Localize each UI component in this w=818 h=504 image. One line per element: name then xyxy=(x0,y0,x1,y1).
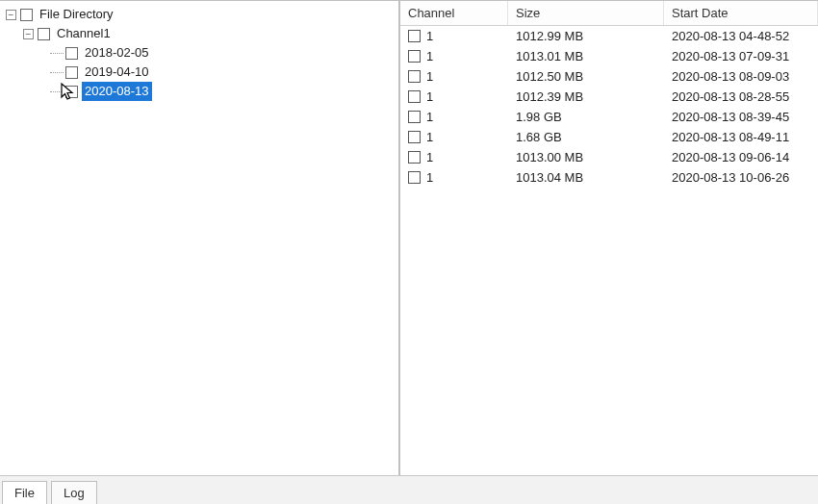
tree-checkbox[interactable] xyxy=(20,9,33,21)
tab-file[interactable]: File xyxy=(2,481,47,504)
row-checkbox[interactable] xyxy=(408,30,421,42)
table-row[interactable]: 11013.04 MB2020-08-13 10-06-26 xyxy=(400,167,818,188)
cell-channel: 1 xyxy=(400,89,508,104)
cell-size: 1012.39 MB xyxy=(508,89,664,104)
expand-collapse-icon[interactable]: − xyxy=(23,29,34,39)
table-row[interactable]: 11012.39 MB2020-08-13 08-28-55 xyxy=(400,87,818,107)
list-body: 11012.99 MB2020-08-13 04-48-5211013.01 M… xyxy=(400,26,818,475)
table-row[interactable]: 11.68 GB2020-08-13 08-49-11 xyxy=(400,127,818,147)
tree-branch-icon xyxy=(50,91,64,92)
tree-date-label[interactable]: 2019-04-10 xyxy=(82,63,152,82)
tree-branch-icon xyxy=(50,72,64,73)
row-checkbox[interactable] xyxy=(408,70,421,83)
row-checkbox[interactable] xyxy=(408,90,421,103)
cell-channel-text: 1 xyxy=(426,150,433,164)
cell-size: 1013.01 MB xyxy=(508,49,664,63)
cell-date: 2020-08-13 07-09-31 xyxy=(664,49,818,63)
tree-checkbox[interactable] xyxy=(65,86,78,98)
tree-checkbox[interactable] xyxy=(65,66,78,79)
row-checkbox[interactable] xyxy=(408,171,421,184)
cell-size: 1013.04 MB xyxy=(508,170,664,185)
tree-date-label[interactable]: 2018-02-05 xyxy=(82,43,152,63)
cell-channel: 1 xyxy=(400,29,508,43)
main-area: − File Directory − Channel1 2018-02-0520… xyxy=(0,1,818,475)
table-row[interactable]: 11012.50 MB2020-08-13 08-09-03 xyxy=(400,66,818,87)
row-checkbox[interactable] xyxy=(408,50,421,63)
cell-channel: 1 xyxy=(400,150,508,164)
cell-size: 1.98 GB xyxy=(508,110,664,124)
tree-channel-label[interactable]: Channel1 xyxy=(54,24,114,43)
tree-date-row[interactable]: 2019-04-10 xyxy=(6,63,398,82)
cell-channel: 1 xyxy=(400,130,508,144)
cell-date: 2020-08-13 09-06-14 xyxy=(664,150,818,164)
cell-date: 2020-08-13 08-39-45 xyxy=(664,110,818,124)
column-header-date[interactable]: Start Date xyxy=(664,1,818,25)
cell-date: 2020-08-13 08-09-03 xyxy=(664,69,818,84)
cell-channel: 1 xyxy=(400,69,508,84)
cell-size: 1013.00 MB xyxy=(508,150,664,164)
cell-channel-text: 1 xyxy=(426,110,433,124)
tree-checkbox[interactable] xyxy=(65,47,78,60)
file-list-panel: Channel Size Start Date 11012.99 MB2020-… xyxy=(399,1,818,475)
bottom-tabs: File Log xyxy=(0,475,818,504)
table-row[interactable]: 11013.00 MB2020-08-13 09-06-14 xyxy=(400,147,818,167)
tree-checkbox[interactable] xyxy=(38,28,50,40)
tree-date-row[interactable]: 2018-02-05 xyxy=(6,43,398,63)
cell-channel: 1 xyxy=(400,49,508,63)
cell-channel-text: 1 xyxy=(426,29,433,43)
tree-root-row[interactable]: − File Directory xyxy=(6,5,398,24)
row-checkbox[interactable] xyxy=(408,111,421,123)
tree-panel: − File Directory − Channel1 2018-02-0520… xyxy=(0,1,399,475)
cell-date: 2020-08-13 04-48-52 xyxy=(664,29,818,43)
cell-channel: 1 xyxy=(400,110,508,124)
tree-channel-row[interactable]: − Channel1 xyxy=(6,24,398,43)
cell-channel-text: 1 xyxy=(426,49,433,63)
tree-date-row[interactable]: 2020-08-13 xyxy=(6,82,398,101)
expand-collapse-icon[interactable]: − xyxy=(6,10,16,20)
cell-date: 2020-08-13 08-49-11 xyxy=(664,130,818,144)
cell-size: 1012.50 MB xyxy=(508,69,664,84)
row-checkbox[interactable] xyxy=(408,151,421,164)
table-row[interactable]: 11012.99 MB2020-08-13 04-48-52 xyxy=(400,26,818,46)
tree-root-label[interactable]: File Directory xyxy=(37,5,116,24)
cell-channel-text: 1 xyxy=(426,170,433,185)
list-header: Channel Size Start Date xyxy=(400,1,818,26)
tree-branch-icon xyxy=(50,53,64,54)
cell-size: 1012.99 MB xyxy=(508,29,664,43)
cell-date: 2020-08-13 08-28-55 xyxy=(664,89,818,104)
table-row[interactable]: 11.98 GB2020-08-13 08-39-45 xyxy=(400,107,818,127)
cell-size: 1.68 GB xyxy=(508,130,664,144)
cell-channel-text: 1 xyxy=(426,130,433,144)
cell-channel: 1 xyxy=(400,170,508,185)
column-header-channel[interactable]: Channel xyxy=(400,1,508,25)
cell-channel-text: 1 xyxy=(426,89,433,104)
table-row[interactable]: 11013.01 MB2020-08-13 07-09-31 xyxy=(400,46,818,66)
tab-log[interactable]: Log xyxy=(51,481,97,504)
column-header-size[interactable]: Size xyxy=(508,1,664,25)
tree-date-label[interactable]: 2020-08-13 xyxy=(82,82,152,101)
cell-channel-text: 1 xyxy=(426,69,433,84)
row-checkbox[interactable] xyxy=(408,131,421,143)
cell-date: 2020-08-13 10-06-26 xyxy=(664,170,818,185)
app-window: − File Directory − Channel1 2018-02-0520… xyxy=(0,0,818,504)
